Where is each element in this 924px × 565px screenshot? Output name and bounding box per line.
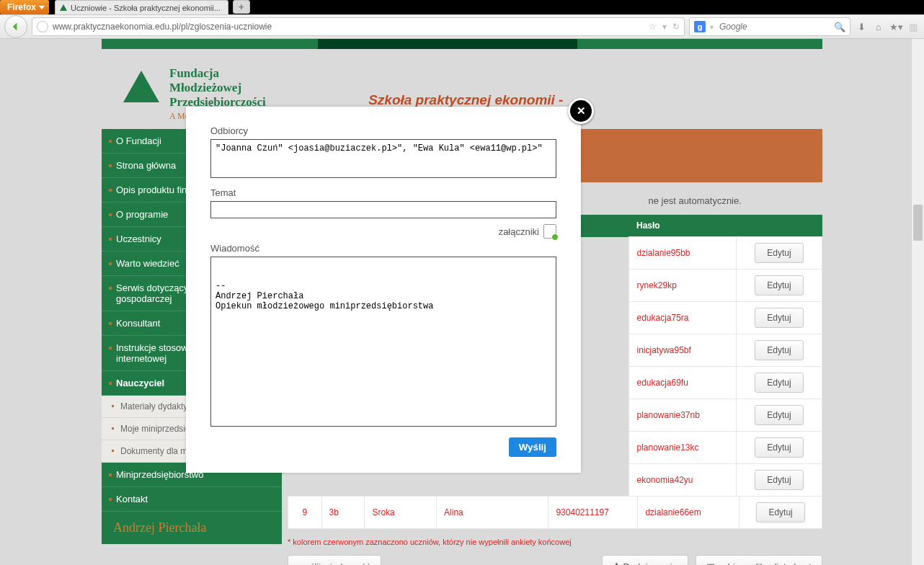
edit-button[interactable]: Edytuj xyxy=(755,373,803,393)
students-table-full-row: 9 3b Sroka Alina 93040211197 dzialanie66… xyxy=(288,496,822,529)
edit-button[interactable]: Edytuj xyxy=(756,502,804,522)
stats-icon[interactable]: ▥ xyxy=(907,20,920,33)
downloads-icon[interactable]: ⬇ xyxy=(855,20,868,33)
edit-button[interactable]: Edytuj xyxy=(755,437,803,458)
send-message-button[interactable]: wyślij wiadomość xyxy=(288,555,381,565)
add-student-button[interactable]: ✚ Dodaj ucznia xyxy=(602,555,688,565)
recipients-input[interactable] xyxy=(210,139,556,178)
compose-message-modal: ✕ Odbiorcy Temat załączniki Wiadomość Wy… xyxy=(186,107,581,473)
firefox-label: Firefox xyxy=(7,2,36,12)
url-bar[interactable]: www.praktycznaekonomia.edu.pl/pl/zglosze… xyxy=(32,17,685,36)
red-note: * kolorem czerwonym zaznaczono uczniów, … xyxy=(288,538,822,546)
search-input[interactable] xyxy=(718,21,830,32)
home-icon[interactable]: ⌂ xyxy=(872,20,885,33)
edit-button[interactable]: Edytuj xyxy=(755,340,803,360)
attachment-add-icon[interactable] xyxy=(543,224,556,239)
table-header-actions xyxy=(737,215,822,237)
page-viewport: Fundacja Młodzieżowej Przedsiębiorczości… xyxy=(0,39,924,565)
edit-button[interactable]: Edytuj xyxy=(755,275,803,295)
search-go-icon[interactable]: 🔍 xyxy=(834,22,845,32)
scrollbar-thumb[interactable] xyxy=(913,205,923,241)
bookmarks-menu-icon[interactable]: ★▾ xyxy=(889,20,902,33)
subject-input[interactable] xyxy=(210,201,556,218)
tab-title: Uczniowie - Szkoła praktycznej ekonomii.… xyxy=(71,4,221,12)
edit-button[interactable]: Edytuj xyxy=(755,405,803,425)
url-text: www.praktycznaekonomia.edu.pl/pl/zglosze… xyxy=(53,22,272,32)
recipients-label: Odbiorcy xyxy=(210,125,556,136)
send-button[interactable]: Wyślij xyxy=(509,437,556,457)
footer-actions: wyślij wiadomość ✚ Dodaj ucznia ▥ pobier… xyxy=(288,555,822,565)
sidebar-user-name: Andrzej Pierchała xyxy=(102,512,282,544)
firefox-menu-button[interactable]: Firefox xyxy=(0,0,49,14)
message-input[interactable] xyxy=(210,257,556,427)
edit-button[interactable]: Edytuj xyxy=(755,243,803,263)
table-header-password: Hasło xyxy=(629,215,737,237)
vertical-scrollbar[interactable] xyxy=(911,39,924,565)
tab-favicon xyxy=(60,4,67,11)
close-icon[interactable]: ✕ xyxy=(568,98,594,124)
message-label: Wiadomość xyxy=(210,243,556,254)
download-accounts-button[interactable]: ▥ pobierz plik z listą kont xyxy=(696,555,822,565)
site-identity-icon xyxy=(37,21,48,32)
search-engine-icon: g xyxy=(694,21,706,32)
search-engine-dropdown-icon[interactable]: ▾ xyxy=(710,23,714,31)
new-tab-button[interactable]: + xyxy=(233,0,250,14)
browser-tab-strip: Firefox Uczniowie - Szkoła praktycznej e… xyxy=(0,0,924,14)
table-row: 9 3b Sroka Alina 93040211197 dzialanie66… xyxy=(288,497,822,529)
attachments-label: załączniki xyxy=(499,226,539,237)
logo-mark-icon xyxy=(123,66,159,102)
reload-icon[interactable]: ↻ xyxy=(672,22,680,32)
edit-button[interactable]: Edytuj xyxy=(755,470,803,490)
dropdown-history-icon[interactable]: ▾ xyxy=(662,22,667,32)
attachments-row: załączniki xyxy=(210,224,556,239)
back-button[interactable] xyxy=(4,15,27,38)
subject-label: Temat xyxy=(210,187,556,198)
edit-button[interactable]: Edytuj xyxy=(755,308,803,328)
browser-nav-bar: www.praktycznaekonomia.edu.pl/pl/zglosze… xyxy=(0,14,924,39)
browser-tab[interactable]: Uczniowie - Szkoła praktycznej ekonomii.… xyxy=(55,0,228,14)
browser-search-box[interactable]: g ▾ 🔍 xyxy=(689,17,850,36)
bookmark-star-icon[interactable]: ☆ xyxy=(649,22,657,32)
sidebar-item[interactable]: Kontakt xyxy=(102,487,282,512)
top-green-strip xyxy=(102,39,822,49)
page-title: Szkoła praktycznej ekonomii - xyxy=(368,92,563,108)
